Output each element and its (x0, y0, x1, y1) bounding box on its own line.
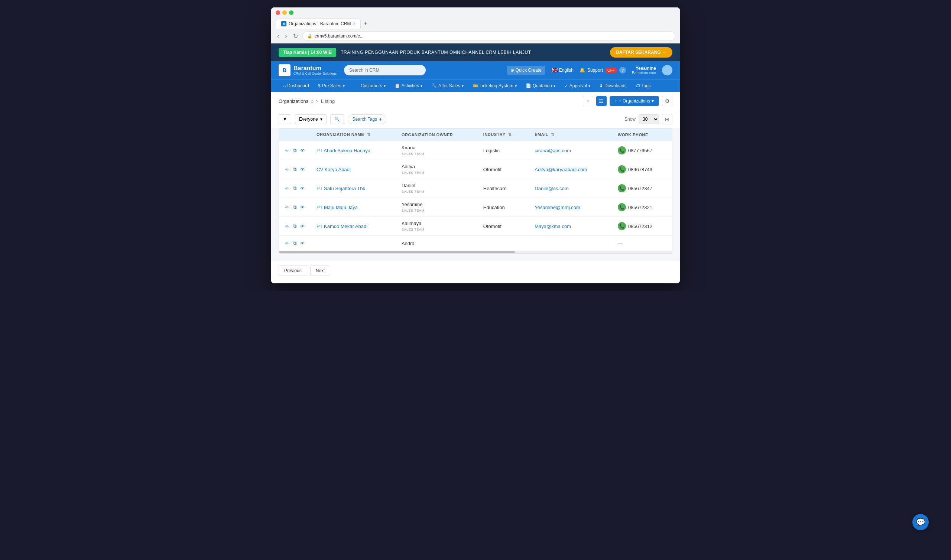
previous-btn[interactable]: Previous (279, 266, 307, 276)
header-search[interactable] (344, 65, 426, 75)
filter-right: Show 30 50 100 ⊞ (625, 114, 672, 125)
table-row: ✏ ⧉ 👁 PT Kamdo Mekar Abadi Kalimaya SALE… (279, 217, 672, 236)
view-row-btn[interactable]: 👁 (299, 204, 306, 211)
browser-min-btn[interactable] (282, 11, 287, 15)
support-toggle[interactable]: OFF (605, 68, 617, 73)
email-link[interactable]: Daniel@ss.com (535, 186, 568, 191)
industry-cell (478, 236, 529, 251)
search-btn[interactable]: 🔍 (330, 114, 344, 124)
nav-customers[interactable]: 👤 Customers ▾ (349, 80, 390, 92)
row-actions-cell: ✏ ⧉ 👁 (279, 141, 311, 160)
browser-reload-btn[interactable]: ↻ (292, 32, 299, 40)
th-industry: INDUSTRY ⇅ (478, 128, 529, 141)
address-bar[interactable]: 🔒 crmv5.barantum.com/c... (302, 31, 676, 41)
phone-container: 📞 085672347 (618, 184, 667, 192)
nav-activities[interactable]: 📋 Activities ▾ (390, 80, 427, 92)
list-view-btn[interactable]: ☰ (596, 96, 606, 106)
phone-number: 085672347 (628, 186, 652, 191)
avatar[interactable] (662, 65, 672, 75)
copy-row-btn[interactable]: ⧉ (292, 203, 297, 211)
sales-team-badge: SALES TEAM (402, 209, 424, 212)
th-org-owner: ORGANIZATION OWNER (396, 128, 478, 141)
view-row-btn[interactable]: 👁 (299, 185, 306, 192)
next-btn[interactable]: Next (310, 266, 331, 276)
edit-row-btn[interactable]: ✏ (284, 185, 291, 192)
page-title: Organizations (279, 98, 308, 104)
org-name-link[interactable]: PT Abadi Sukma Hanaya (317, 148, 370, 153)
edit-row-btn[interactable]: ✏ (284, 223, 291, 230)
language-selector[interactable]: 🇬🇧 English (551, 67, 574, 73)
horizontal-scrollbar[interactable] (279, 251, 672, 253)
tab-close-icon[interactable]: × (353, 22, 355, 26)
nav-pre-sales[interactable]: $ Pre Sales ▾ (314, 80, 349, 92)
bell-icon[interactable]: 🔔 (580, 68, 585, 73)
email-link[interactable]: Yesamine@mmj.com (535, 205, 580, 210)
edit-row-btn[interactable]: ✏ (284, 204, 291, 211)
sort-icon[interactable]: ⇅ (367, 132, 371, 137)
view-row-btn[interactable]: 👁 (299, 223, 306, 230)
edit-row-btn[interactable]: ✏ (284, 147, 291, 154)
email-link[interactable]: Aditya@karyaabadi.com (535, 167, 587, 172)
nav-approval[interactable]: ✓ Approval ▾ (560, 80, 595, 92)
view-row-btn[interactable]: 👁 (299, 147, 306, 154)
view-row-btn[interactable]: 👁 (299, 240, 306, 247)
nav-after-sales[interactable]: 🔧 After Sales ▾ (427, 80, 468, 92)
browser-max-btn[interactable] (289, 11, 294, 15)
add-org-btn[interactable]: + + Organizations ▾ (609, 96, 659, 106)
row-actions: ✏ ⧉ 👁 (284, 222, 306, 230)
activities-icon: 📋 (394, 83, 400, 88)
nav-ticketing[interactable]: 🎫 Ticketing System ▾ (468, 80, 521, 92)
breadcrumb-actions: ≡ ☰ + + Organizations ▾ ⚙ (583, 96, 672, 106)
breadcrumb-bar: Organizations ⌂ > Listing ≡ ☰ + + Organi… (271, 92, 680, 110)
sort-icon-email[interactable]: ⇅ (551, 132, 555, 137)
nav-quotation[interactable]: 📄 Quotation ▾ (521, 80, 560, 92)
filter-arrow-icon: ▾ (320, 117, 322, 122)
view-row-btn[interactable]: 👁 (299, 166, 306, 173)
customers-icon: 👤 (354, 83, 359, 88)
arrow-down-icon-4: ▾ (462, 84, 463, 88)
quick-create-btn[interactable]: ⊕ Quick Create (507, 66, 545, 75)
settings-btn[interactable]: ⚙ (662, 96, 672, 106)
org-name-link[interactable]: PT Satu Sejahtera Tbk (317, 186, 365, 191)
org-name-link[interactable]: PT Maju Maju Jaya (317, 205, 358, 210)
org-name-link[interactable]: PT Kamdo Mekar Abadi (317, 223, 368, 229)
show-count-select[interactable]: 30 50 100 (639, 114, 659, 124)
copy-row-btn[interactable]: ⧉ (292, 222, 297, 230)
nav-downloads[interactable]: ⬇ Downloads (595, 80, 631, 92)
browser-forward-btn[interactable]: › (283, 32, 288, 40)
browser-tab-active[interactable]: B Organizations - Barantum CRM × (275, 18, 361, 29)
nav-dashboard[interactable]: ⌂ Dashboard (279, 80, 314, 92)
search-tags-btn[interactable]: Search Tags ♦ (348, 114, 387, 124)
industry-cell: Healthcare (478, 179, 529, 198)
columns-view-btn[interactable]: ⊞ (662, 114, 672, 125)
browser-close-btn[interactable] (275, 11, 280, 15)
home-icon: ⌂ (283, 83, 286, 88)
browser-back-btn[interactable]: ‹ (275, 32, 280, 40)
breadcrumb-home[interactable]: ⌂ (311, 98, 314, 104)
email-link[interactable]: kirana@abs.com (535, 148, 571, 153)
new-tab-btn[interactable]: + (361, 18, 370, 29)
org-name-link[interactable]: CV Karya Abadi (317, 167, 351, 172)
nav-tags[interactable]: 🏷 Tags (631, 80, 655, 92)
downloads-icon: ⬇ (599, 83, 603, 88)
edit-row-btn[interactable]: ✏ (284, 166, 291, 173)
everyone-filter-btn[interactable]: Everyone ▾ (295, 114, 326, 124)
dropdown-arrow-icon: ▾ (652, 98, 654, 104)
copy-row-btn[interactable]: ⧉ (292, 147, 297, 154)
phone-number: 085672312 (628, 223, 652, 229)
help-icon[interactable]: ? (619, 67, 626, 74)
edit-row-btn[interactable]: ✏ (284, 240, 291, 247)
table-row: ✏ ⧉ 👁 PT Satu Sejahtera Tbk Daniel SALES… (279, 179, 672, 198)
copy-row-btn[interactable]: ⧉ (292, 185, 297, 192)
copy-row-btn[interactable]: ⧉ (292, 240, 297, 247)
crm-search-input[interactable] (344, 65, 426, 75)
copy-row-btn[interactable]: ⧉ (292, 166, 297, 173)
tab-title: Organizations - Barantum CRM (289, 21, 351, 26)
sort-icon-industry[interactable]: ⇅ (508, 132, 512, 137)
filter-label: Everyone (299, 117, 318, 122)
nav-downloads-label: Downloads (605, 83, 626, 88)
filter-view-btn[interactable]: ≡ (583, 96, 593, 106)
email-link[interactable]: Maya@kma.com (535, 223, 571, 229)
filter-icon-btn[interactable]: ▼ (279, 114, 291, 124)
banner-cta-btn[interactable]: DAFTAR SEKARANG → (610, 47, 672, 58)
